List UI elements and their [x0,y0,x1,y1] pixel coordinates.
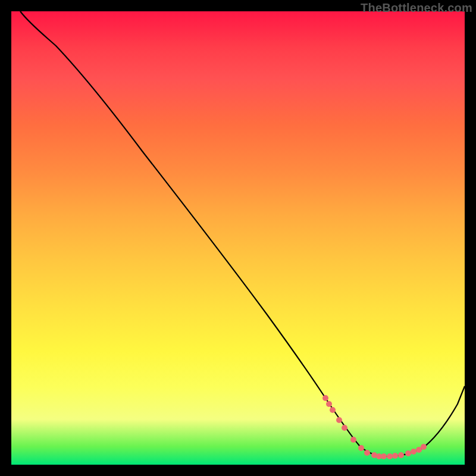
svg-point-0 [322,395,328,401]
svg-point-5 [350,437,356,443]
chart-container: TheBottleneck.com [0,0,476,476]
svg-point-17 [421,444,427,450]
svg-point-2 [330,407,336,413]
svg-point-15 [411,449,416,455]
svg-point-1 [326,401,332,407]
svg-point-10 [381,453,387,459]
svg-point-4 [342,425,347,431]
bottleneck-curve [20,11,465,456]
svg-point-11 [387,453,393,459]
attribution-text: TheBottleneck.com [361,1,472,15]
svg-point-3 [336,417,342,423]
svg-point-13 [398,452,404,458]
svg-point-7 [364,450,370,456]
marker-group [322,395,427,459]
chart-svg [11,11,465,465]
svg-point-6 [358,445,364,451]
svg-point-14 [405,450,411,456]
svg-point-12 [392,453,398,459]
